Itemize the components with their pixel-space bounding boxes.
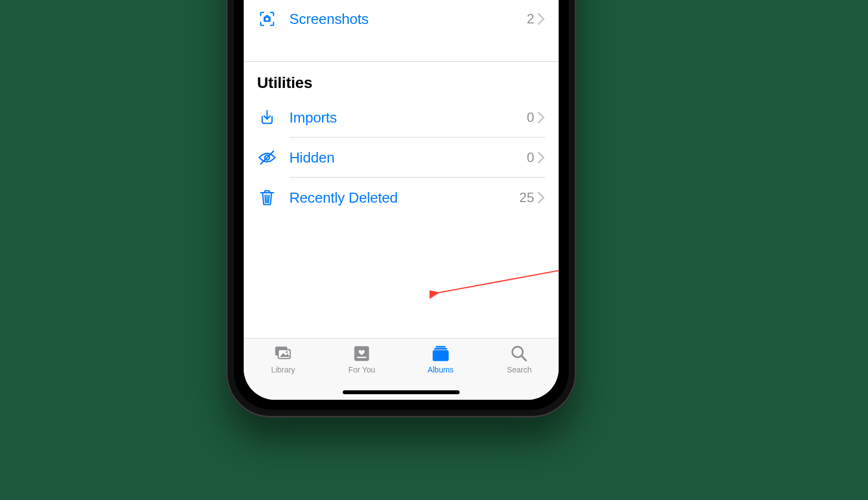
screenshots-icon <box>257 9 277 29</box>
row-count: 0 <box>527 150 534 165</box>
tab-for-you[interactable]: For You <box>323 344 402 374</box>
hidden-icon <box>257 148 277 168</box>
row-label: Recently Deleted <box>289 189 519 207</box>
row-label: Screenshots <box>289 11 527 28</box>
svg-rect-18 <box>436 346 446 348</box>
tab-bar: Library For You <box>244 338 559 400</box>
row-recently-deleted[interactable]: Recently Deleted 25 <box>257 178 545 218</box>
svg-line-11 <box>269 195 269 203</box>
svg-rect-20 <box>432 350 448 361</box>
albums-list: Media Types Selfies 21 <box>244 0 559 344</box>
tab-library[interactable]: Library <box>244 344 323 374</box>
row-count: 0 <box>527 110 534 125</box>
tab-label: Library <box>271 365 295 374</box>
row-imports[interactable]: Imports 0 <box>257 97 545 138</box>
row-count: 2 <box>527 11 534 27</box>
library-tab-icon <box>273 344 293 363</box>
chevron-right-icon <box>537 13 545 25</box>
svg-rect-17 <box>357 357 367 358</box>
phone-screen: Media Types Selfies 21 <box>244 0 559 400</box>
home-indicator[interactable] <box>343 390 460 394</box>
row-hidden[interactable]: Hidden 0 <box>257 138 545 178</box>
chevron-right-icon <box>537 111 545 124</box>
section-header-utilities: Utilities <box>257 62 545 97</box>
section-media-types: Media Types Selfies 21 <box>244 0 559 39</box>
phone-frame: Media Types Selfies 21 <box>226 0 576 418</box>
recently-deleted-icon <box>257 188 277 208</box>
tab-label: Albums <box>427 365 453 374</box>
tab-albums[interactable]: Albums <box>401 344 480 374</box>
svg-line-9 <box>265 195 265 203</box>
section-utilities: Utilities Imports 0 <box>244 61 559 218</box>
chevron-right-icon <box>537 192 545 204</box>
row-label: Imports <box>289 109 527 126</box>
svg-line-22 <box>522 356 526 361</box>
row-count: 25 <box>519 190 534 205</box>
imports-icon <box>257 107 277 128</box>
row-screenshots[interactable]: Screenshots 2 <box>257 0 545 39</box>
svg-rect-4 <box>265 15 268 17</box>
tab-search[interactable]: Search <box>480 344 559 374</box>
tab-label: Search <box>507 365 531 374</box>
chevron-right-icon <box>537 151 545 164</box>
tab-label: For You <box>348 365 375 374</box>
foryou-tab-icon <box>352 344 372 363</box>
search-tab-icon <box>509 344 529 363</box>
svg-rect-19 <box>434 348 447 350</box>
svg-point-15 <box>285 351 288 354</box>
svg-point-3 <box>265 18 268 21</box>
albums-tab-icon <box>431 344 451 363</box>
row-label: Hidden <box>289 149 527 166</box>
